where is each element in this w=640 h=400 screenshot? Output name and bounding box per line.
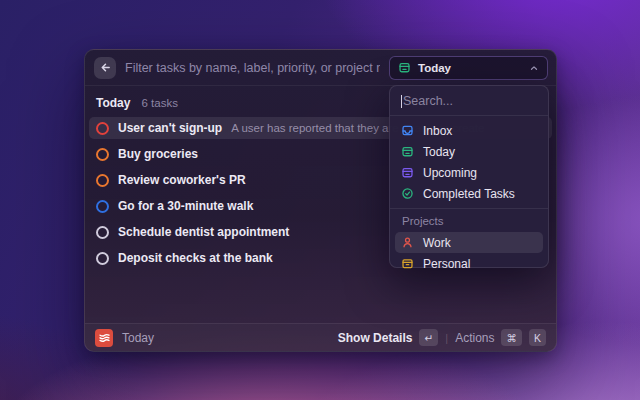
task-checkbox[interactable] (96, 122, 109, 135)
projects-group: Work Personal (390, 232, 548, 274)
task-title: Review coworker's PR (118, 173, 246, 187)
projects-section-label: Projects (390, 209, 548, 232)
palette-header: Filter tasks by name, label, priority, o… (85, 50, 556, 86)
task-title: Go for a 30-minute walk (118, 199, 253, 213)
menu-item-label: Upcoming (423, 166, 477, 180)
menu-item-label: Work (423, 236, 451, 250)
filter-tasks-input[interactable]: Filter tasks by name, label, priority, o… (125, 61, 380, 75)
task-checkbox[interactable] (96, 200, 109, 213)
actions-button[interactable]: Actions (455, 331, 494, 345)
back-button[interactable] (94, 57, 116, 79)
menu-item-inbox[interactable]: Inbox (395, 120, 543, 141)
task-title: Deposit checks at the bank (118, 251, 273, 265)
task-title: Buy groceries (118, 147, 198, 161)
task-checkbox[interactable] (96, 148, 109, 161)
task-title: User can't sign-up (118, 121, 222, 135)
menu-item-label: Personal (423, 257, 470, 271)
todoist-logo-icon (95, 329, 113, 347)
footer-context-label: Today (122, 331, 154, 345)
dropdown-search-input[interactable]: Search... (390, 86, 548, 115)
task-checkbox[interactable] (96, 252, 109, 265)
person-icon (401, 236, 414, 249)
task-title: Schedule dentist appointment (118, 225, 289, 239)
k-key-badge[interactable]: K (529, 329, 546, 346)
menu-item-label: Today (423, 145, 455, 159)
menu-item-label: Inbox (423, 124, 452, 138)
menu-item-label: Completed Tasks (423, 187, 515, 201)
desktop-background: Filter tasks by name, label, priority, o… (0, 0, 640, 400)
palette-footer: Today Show Details ↵ | Actions ⌘ K (85, 323, 556, 351)
inbox-icon (401, 124, 414, 137)
scope-dropdown-menu: Search... Inbox (389, 85, 549, 268)
show-details-button[interactable]: Show Details (338, 331, 413, 345)
menu-item-today[interactable]: Today (395, 141, 543, 162)
chevron-up-icon (529, 63, 539, 73)
arrow-left-icon (99, 61, 112, 74)
calendar-upcoming-icon (401, 166, 414, 179)
completed-check-icon (401, 187, 414, 200)
calendar-today-icon (401, 145, 414, 158)
scope-dropdown-button[interactable]: Today (389, 56, 548, 80)
menu-item-completed-tasks[interactable]: Completed Tasks (395, 183, 543, 204)
section-task-count: 6 tasks (141, 97, 177, 109)
menu-item-upcoming[interactable]: Upcoming (395, 162, 543, 183)
menu-item-project-personal[interactable]: Personal (395, 253, 543, 274)
footer-divider: | (445, 332, 448, 344)
cmd-key-badge[interactable]: ⌘ (501, 329, 522, 346)
views-group: Inbox Today (390, 116, 548, 208)
dropdown-search-placeholder: Search... (403, 94, 453, 108)
text-caret (401, 95, 402, 108)
task-checkbox[interactable] (96, 226, 109, 239)
task-checkbox[interactable] (96, 174, 109, 187)
menu-item-project-work[interactable]: Work (395, 232, 543, 253)
scope-button-label: Today (418, 62, 451, 74)
box-icon (401, 257, 414, 270)
section-title: Today (96, 96, 130, 110)
calendar-today-icon (398, 61, 411, 74)
enter-key-badge[interactable]: ↵ (419, 329, 438, 346)
